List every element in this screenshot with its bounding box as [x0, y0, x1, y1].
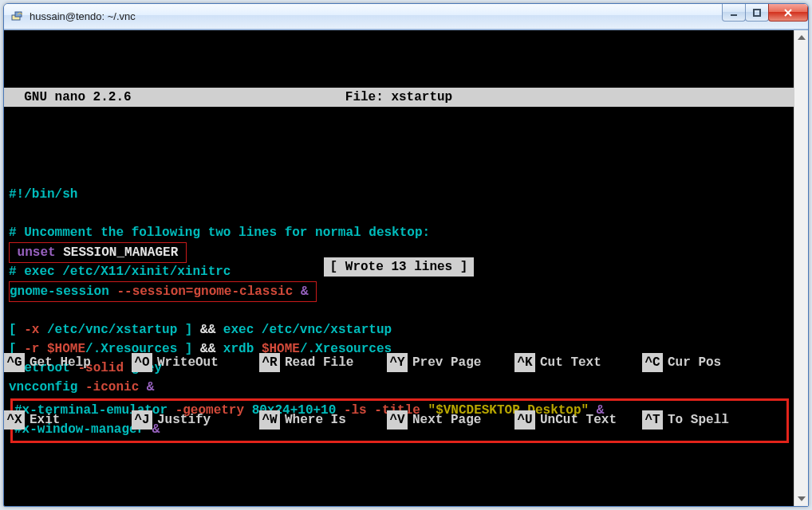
client-area: GNU nano 2.2.6 File: xstartup #!/bin/sh …	[4, 29, 808, 506]
shortcut-exit[interactable]: ^XExit	[4, 410, 132, 430]
svg-rect-1	[15, 12, 22, 17]
maximize-button[interactable]	[745, 4, 769, 22]
shortcut-cut-text[interactable]: ^KCut Text	[514, 353, 642, 372]
shortcut-prev-page[interactable]: ^YPrev Page	[387, 353, 514, 372]
close-button[interactable]	[768, 4, 808, 22]
window-title: hussain@tendo: ~/.vnc	[30, 10, 136, 22]
svg-rect-3	[754, 10, 760, 16]
shortcut-to-spell[interactable]: ^TTo Spell	[642, 410, 770, 430]
shortcut-where-is[interactable]: ^WWhere Is	[259, 410, 387, 430]
scrollbar[interactable]	[794, 30, 808, 506]
scroll-down-button[interactable]	[794, 492, 809, 506]
nano-status: [ Wrote 13 lines ]	[4, 257, 794, 277]
terminal[interactable]: GNU nano 2.2.6 File: xstartup #!/bin/sh …	[4, 30, 794, 506]
shortcut-cur-pos[interactable]: ^CCur Pos	[642, 353, 770, 372]
window-controls	[723, 4, 808, 22]
shortcut-writeout[interactable]: ^OWriteOut	[132, 353, 259, 372]
scroll-up-button[interactable]	[794, 30, 809, 45]
nano-header: GNU nano 2.2.6 File: xstartup	[4, 88, 794, 107]
minimize-button[interactable]	[722, 4, 746, 22]
line-shebang: #!/bin/sh	[9, 187, 77, 202]
shortcut-justify[interactable]: ^JJustify	[132, 410, 259, 430]
nano-file-label: File: xstartup	[176, 88, 789, 107]
window-frame: hussain@tendo: ~/.vnc GNU nano 2.2.6 Fil…	[3, 3, 809, 507]
shortcut-next-page[interactable]: ^VNext Page	[387, 410, 514, 430]
nano-shortcuts: ^GGet Help ^OWriteOut ^RRead File ^YPrev…	[4, 315, 794, 468]
putty-icon	[10, 10, 23, 23]
nano-program: GNU nano 2.2.6	[9, 88, 176, 107]
titlebar[interactable]: hussain@tendo: ~/.vnc	[4, 4, 808, 29]
shortcut-read-file[interactable]: ^RRead File	[259, 353, 387, 372]
shortcut-get-help[interactable]: ^GGet Help	[4, 353, 132, 372]
shortcut-uncut-text[interactable]: ^UUnCut Text	[514, 410, 642, 430]
